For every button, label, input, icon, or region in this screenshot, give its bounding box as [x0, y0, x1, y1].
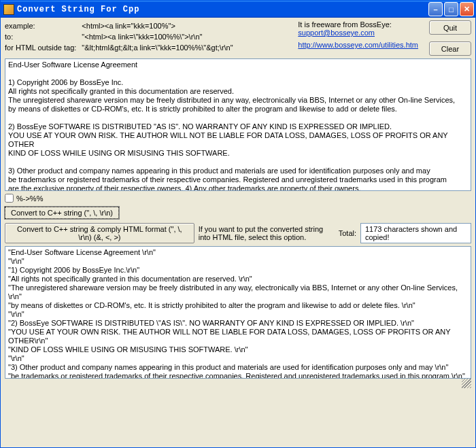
html-outside-value: "&lt;html&gt;&lt;a link=\"kkk=100%%\"&gt…: [82, 42, 238, 53]
window-buttons: – □ ✕: [428, 2, 474, 16]
quit-button[interactable]: Quit: [429, 20, 471, 35]
header-row: example: <html><a link="kkk=100%"> to: "…: [5, 20, 471, 56]
percent-checkbox-label: %->%%: [16, 194, 43, 203]
client-area: example: <html><a link="kkk=100%"> to: "…: [1, 18, 475, 447]
utilities-link[interactable]: http://www.bosseye.com/utilities.htm: [298, 41, 418, 49]
convert-cpp-html-button[interactable]: Convert to C++ string & comply HTML form…: [5, 223, 194, 243]
convert-row-1: Convert to C++ string (", \, \r\n): [5, 205, 471, 220]
close-button[interactable]: ✕: [460, 2, 474, 16]
html-hint-text: If you want to put the converted string …: [199, 225, 335, 241]
convert-row-2: Convert to C++ string & comply HTML form…: [5, 220, 471, 246]
statusbar: [5, 379, 471, 388]
support-link[interactable]: support@bosseye.com: [298, 29, 375, 37]
to-label: to:: [5, 31, 82, 42]
example-label: example:: [5, 20, 82, 31]
input-textarea[interactable]: End-User Software License Agreement 1) C…: [5, 58, 471, 191]
titlebar[interactable]: Convert String For Cpp – □ ✕: [1, 1, 475, 18]
clear-button[interactable]: Clear: [429, 41, 471, 56]
total-readout: 1173 characters shown and copied!: [360, 223, 471, 243]
percent-checkbox[interactable]: [5, 194, 14, 203]
total-label: Total:: [339, 229, 356, 237]
maximize-button[interactable]: □: [444, 2, 458, 16]
resize-grip-icon[interactable]: [462, 379, 471, 388]
app-icon: [3, 4, 14, 15]
examples-panel: example: <html><a link="kkk=100%"> to: "…: [5, 20, 292, 56]
output-textarea[interactable]: "End-User Software License Agreement \r\…: [5, 246, 471, 379]
html-outside-label: for HTML outside tag:: [5, 42, 82, 53]
percent-checkbox-row: %->%%: [5, 191, 471, 205]
example-value: <html><a link="kkk=100%">: [82, 20, 238, 31]
info-panel: It is freeware from BossEye: support@bos…: [298, 20, 418, 56]
freeware-text: It is freeware from BossEye:: [298, 20, 418, 29]
convert-cpp-button[interactable]: Convert to C++ string (", \, \r\n): [5, 207, 119, 219]
app-window: Convert String For Cpp – □ ✕ example: <h…: [0, 0, 476, 448]
button-column: Quit Clear: [424, 20, 471, 56]
minimize-button[interactable]: –: [428, 2, 443, 16]
to-value: "<html><a link=\"kkk=100%%\">\r\n": [82, 31, 238, 42]
window-title: Convert String For Cpp: [17, 5, 428, 14]
